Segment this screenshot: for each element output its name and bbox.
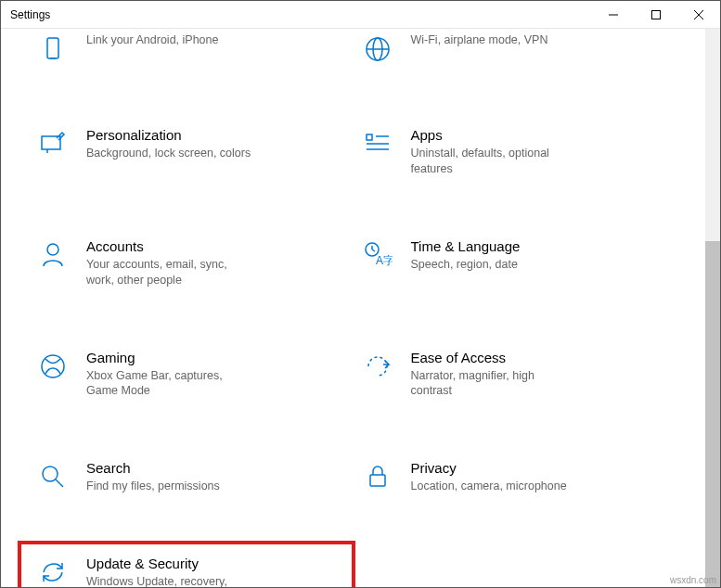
tile-title: Ease of Access	[411, 350, 578, 365]
tile-desc: Uninstall, defaults, optional features	[411, 146, 578, 177]
titlebar: Settings	[1, 1, 720, 29]
apps-icon	[361, 127, 394, 160]
svg-rect-9	[42, 136, 60, 149]
tile-desc: Location, camera, microphone	[411, 479, 567, 494]
minimize-button[interactable]	[592, 1, 635, 29]
tile-desc: Xbox Game Bar, captures, Game Mode	[86, 368, 253, 400]
tile-title: Accounts	[86, 238, 253, 254]
tile-phone[interactable]: Link your Android, iPhone	[29, 29, 354, 70]
tile-title: Apps	[411, 127, 578, 143]
tile-update-security[interactable]: Update & Security Windows Update, recove…	[29, 552, 344, 587]
svg-rect-1	[652, 11, 661, 19]
close-button[interactable]	[677, 1, 720, 29]
svg-rect-11	[367, 134, 372, 140]
svg-point-15	[47, 244, 58, 255]
tile-title: Time & Language	[411, 238, 521, 254]
tile-desc: Link your Android, iPhone	[86, 32, 218, 48]
svg-rect-4	[47, 38, 58, 58]
scrollbar[interactable]	[705, 29, 720, 587]
watermark: wsxdn.com	[670, 575, 716, 585]
svg-line-22	[56, 479, 63, 487]
search-icon	[36, 460, 70, 493]
tile-gaming[interactable]: Gaming Xbox Game Bar, captures, Game Mod…	[29, 346, 354, 403]
tile-title: Update & Security	[86, 556, 253, 571]
tile-desc: Windows Update, recovery, backup	[86, 574, 253, 587]
ease-of-access-icon	[361, 350, 394, 383]
tile-desc: Narrator, magnifier, high contrast	[411, 368, 578, 400]
tile-accounts[interactable]: Accounts Your accounts, email, sync, wor…	[29, 235, 354, 292]
tile-title: Personalization	[86, 127, 251, 143]
maximize-button[interactable]	[635, 1, 677, 29]
svg-rect-23	[370, 475, 385, 486]
tile-apps[interactable]: Apps Uninstall, defaults, optional featu…	[354, 123, 678, 181]
tile-desc: Speech, region, date	[411, 257, 521, 273]
tile-time-language[interactable]: A字 Time & Language Speech, region, date	[354, 235, 678, 292]
time-language-icon: A字	[361, 238, 394, 272]
svg-point-20	[42, 355, 64, 377]
globe-icon	[361, 32, 394, 66]
tile-desc: Wi-Fi, airplane mode, VPN	[411, 32, 548, 48]
phone-icon	[36, 32, 70, 66]
sync-icon	[36, 556, 70, 587]
lock-icon	[361, 460, 394, 493]
settings-content: Link your Android, iPhone Wi-Fi, airplan…	[1, 29, 705, 587]
tile-network[interactable]: Wi-Fi, airplane mode, VPN	[354, 29, 678, 70]
xbox-icon	[36, 350, 70, 383]
svg-line-18	[372, 249, 375, 251]
paintbrush-icon	[36, 127, 70, 160]
tile-desc: Find my files, permissions	[86, 479, 220, 494]
scrollbar-thumb[interactable]	[705, 241, 720, 587]
tile-personalization[interactable]: Personalization Background, lock screen,…	[29, 123, 354, 181]
svg-text:A字: A字	[376, 254, 393, 267]
tile-title: Search	[86, 460, 220, 476]
tile-desc: Background, lock screen, colors	[86, 146, 251, 161]
tile-search[interactable]: Search Find my files, permissions	[29, 456, 354, 498]
tile-privacy[interactable]: Privacy Location, camera, microphone	[354, 456, 678, 498]
person-icon	[36, 238, 70, 272]
window-title: Settings	[10, 8, 50, 21]
tile-title: Gaming	[86, 350, 253, 365]
tile-ease-of-access[interactable]: Ease of Access Narrator, magnifier, high…	[354, 346, 678, 403]
window-controls	[592, 1, 720, 28]
tile-title: Privacy	[411, 460, 567, 476]
svg-point-21	[43, 467, 58, 481]
tile-desc: Your accounts, email, sync, work, other …	[86, 257, 253, 288]
